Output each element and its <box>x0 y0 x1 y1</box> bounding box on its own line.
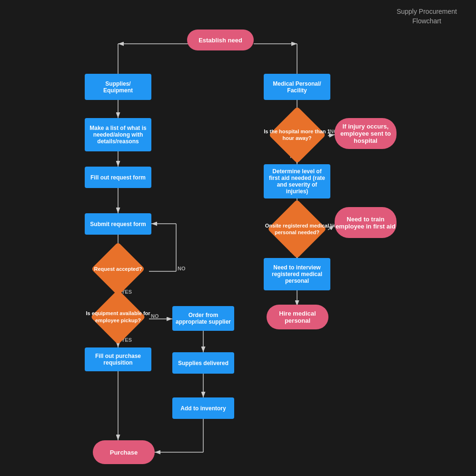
fill-purchase-node: Fill out purchase requisition <box>85 347 151 371</box>
order-supplier-node: Order from appropriate supplier <box>172 306 234 331</box>
make-list-node: Make a list of what is needed/along with… <box>85 118 151 151</box>
hire-medical-node: Hire medical personal <box>267 305 328 329</box>
supplies-delivered-node: Supplies delivered <box>172 352 234 374</box>
medical-facility-node: Medical Personal/Facility <box>264 74 330 100</box>
equipment-available-node: Is equipment available for employee pick… <box>85 299 151 335</box>
arrows-layer <box>0 0 476 476</box>
determine-level-node: Determine level of first aid needed (rat… <box>264 164 330 198</box>
no-label-2: NO <box>151 313 159 319</box>
supplies-equipment-node: Supplies/Equipment <box>85 74 151 100</box>
flowchart-canvas: Supply ProcurementFlowchart <box>0 0 476 476</box>
no-label-1: NO <box>178 266 186 271</box>
interview-medical-node: Need to interview registered medical per… <box>264 258 330 290</box>
injury-hospital-node: If injury occurs, employee sent to hospi… <box>335 118 397 149</box>
submit-request-node: Submit request form <box>85 213 151 235</box>
fill-request-node: Fill out request form <box>85 167 151 188</box>
onsite-needed-node: Onsite registered medical personal neede… <box>264 209 330 248</box>
train-employee-node: Need to train employee in first aid <box>335 207 397 238</box>
chart-title: Supply ProcurementFlowchart <box>397 7 457 26</box>
purchase-node: Purchase <box>93 440 155 464</box>
hospital-away-node: Is the hospital more than 1 hour away? <box>264 116 330 154</box>
add-inventory-node: Add to inventory <box>172 397 234 419</box>
request-accepted-node: Request accepted? <box>85 252 151 286</box>
establish-need-node: Establish need <box>187 30 254 50</box>
